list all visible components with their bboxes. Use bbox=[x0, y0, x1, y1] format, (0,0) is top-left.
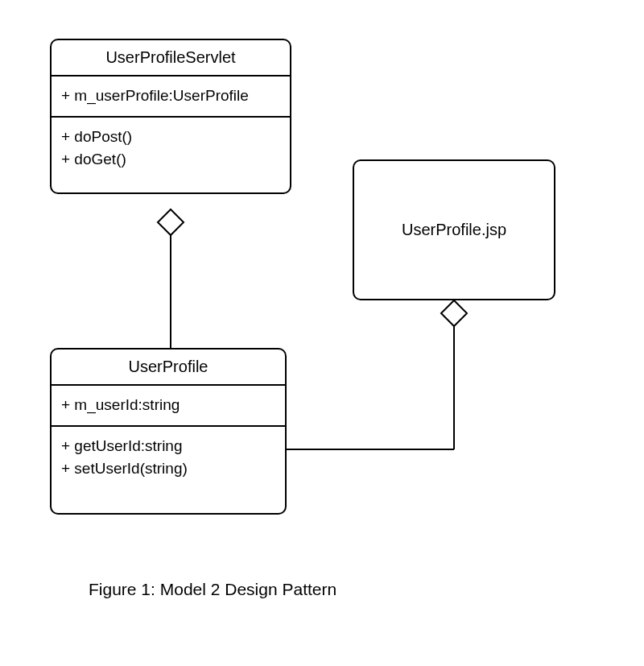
method-row: + doPost() bbox=[61, 126, 280, 149]
attribute-row: + m_userProfile:UserProfile bbox=[61, 85, 280, 108]
svg-marker-1 bbox=[441, 300, 467, 326]
aggregation-diamond-icon bbox=[441, 300, 467, 326]
class-attributes: + m_userProfile:UserProfile bbox=[52, 77, 290, 118]
method-row: + getUserId:string bbox=[61, 435, 275, 458]
figure-caption: Figure 1: Model 2 Design Pattern bbox=[89, 580, 336, 599]
method-row: + doGet() bbox=[61, 148, 280, 172]
class-attributes: + m_userId:string bbox=[52, 386, 285, 427]
uml-class-jsp: UserProfile.jsp bbox=[353, 159, 555, 300]
attribute-row: + m_userId:string bbox=[61, 394, 275, 417]
class-title: UserProfile bbox=[52, 350, 285, 386]
aggregation-diamond-icon bbox=[158, 209, 184, 235]
svg-marker-0 bbox=[158, 209, 184, 235]
uml-class-servlet: UserProfileServlet + m_userProfile:UserP… bbox=[50, 39, 291, 194]
uml-class-profile: UserProfile + m_userId:string + getUserI… bbox=[50, 348, 287, 515]
class-methods: + getUserId:string + setUserId(string) bbox=[52, 427, 285, 513]
class-methods: + doPost() + doGet() bbox=[52, 118, 290, 192]
method-row: + setUserId(string) bbox=[61, 457, 275, 481]
class-title: UserProfile.jsp bbox=[402, 221, 506, 239]
class-title: UserProfileServlet bbox=[52, 40, 290, 77]
